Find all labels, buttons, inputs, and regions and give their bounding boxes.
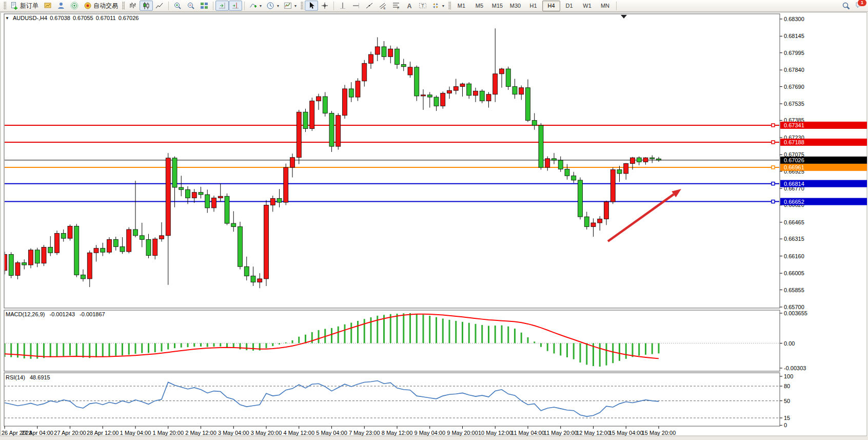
candle-body: [186, 189, 190, 198]
price-axis-label: 0.67690: [784, 84, 804, 90]
candle-body: [160, 236, 164, 239]
timeframe-mn[interactable]: MN: [596, 1, 614, 11]
text-label-button[interactable]: T: [416, 1, 429, 11]
candle-body: [140, 236, 144, 240]
candle-body: [179, 187, 184, 189]
line-handle[interactable]: [772, 124, 775, 127]
toolbar: 新订单自动交易▼▼▼EFAT▼M1M5M15M30H1H4D1W1MN1: [0, 0, 868, 12]
rsi-value: 48.6915: [30, 374, 50, 380]
chat-button[interactable]: 1: [853, 1, 866, 11]
line-handle[interactable]: [772, 200, 775, 203]
candle-body: [369, 54, 373, 63]
vertical-line-button[interactable]: [336, 1, 349, 11]
new-order-button[interactable]: 新订单: [8, 0, 41, 11]
dropdown-arrow-icon: ▼: [294, 4, 298, 8]
chart-shift-button[interactable]: [229, 1, 242, 11]
fibonacci-icon: F: [392, 2, 400, 10]
profile-button[interactable]: [54, 1, 68, 11]
autotrading-button[interactable]: 自动交易: [81, 0, 121, 11]
text-button[interactable]: A: [403, 1, 416, 11]
toolbar-separator: [616, 2, 617, 10]
candle-body: [343, 89, 347, 116]
price-axis-label: 0.65700: [784, 304, 804, 310]
price-axis-label: 0.66160: [784, 253, 804, 259]
svg-text:A: A: [407, 3, 412, 10]
timeframe-h4[interactable]: H4: [542, 1, 560, 11]
macd-axis-label: -0.00303: [784, 365, 806, 371]
candle-body: [270, 199, 275, 205]
candle-body: [460, 84, 465, 86]
timeframe-m1[interactable]: M1: [452, 1, 470, 11]
price-axis-label: 0.68300: [784, 16, 804, 22]
chart-symbol-period: AUDUSD-,H4: [13, 15, 47, 21]
chart-shift-icon: [231, 2, 240, 10]
new-order-button-label: 新订单: [20, 2, 38, 10]
candle-body: [624, 164, 628, 174]
tile-windows-icon: [200, 2, 208, 10]
candle-body: [218, 196, 223, 198]
charts-button[interactable]: [41, 1, 54, 11]
line-handle[interactable]: [772, 182, 775, 185]
window-bottom-strip: [0, 436, 868, 440]
candle-body: [251, 276, 255, 282]
candle-body: [238, 227, 243, 267]
candle-body: [310, 101, 314, 129]
time-axis-label: 15 May 20:00: [642, 430, 676, 436]
profile-icon: [57, 2, 65, 10]
timeframe-w1[interactable]: W1: [578, 1, 596, 11]
tile-windows-button[interactable]: [198, 1, 211, 11]
cursor-button[interactable]: [305, 1, 318, 11]
timeframe-d1[interactable]: D1: [560, 1, 578, 11]
timeframe-h1[interactable]: H1: [524, 1, 542, 11]
candle-body: [617, 169, 622, 174]
macd-axis-label: 0.003655: [784, 310, 807, 316]
trendline-button[interactable]: [363, 1, 376, 11]
candle-body: [506, 69, 510, 87]
arrows-button[interactable]: ▼: [429, 1, 447, 11]
time-axis-label: 8 May 12:00: [382, 430, 413, 436]
chart-menu-icon[interactable]: ▼: [5, 16, 9, 21]
line-handle[interactable]: [772, 141, 775, 144]
timeframe-m30[interactable]: M30: [506, 1, 524, 11]
signals-button[interactable]: [68, 1, 81, 11]
time-axis-label: 2 May 12:00: [185, 430, 216, 436]
templates-button[interactable]: ▼: [282, 1, 299, 11]
crosshair-button[interactable]: [318, 1, 331, 11]
macd-axis-label: 0.00: [784, 340, 795, 347]
arrows-icon: [431, 2, 440, 10]
zoom-in-button[interactable]: [171, 1, 184, 11]
fibonacci-button[interactable]: F: [389, 1, 403, 11]
search-button[interactable]: [839, 1, 853, 11]
candle-body: [166, 158, 170, 236]
candle-body: [480, 91, 484, 101]
timeframe-m5[interactable]: M5: [470, 1, 488, 11]
current-price-tag-text: 0.67026: [784, 157, 804, 163]
autotrading-button-label: 自动交易: [93, 2, 118, 10]
candle-body: [415, 67, 419, 96]
rsi-name: RSI(14): [6, 374, 25, 380]
bar-chart-button[interactable]: [126, 1, 140, 11]
bar-chart-icon: [129, 2, 137, 10]
candle-body: [231, 223, 236, 226]
horizontal-line-button[interactable]: [349, 1, 363, 11]
candlestick-chart-button[interactable]: [140, 1, 153, 11]
candle-body: [48, 247, 53, 253]
autotrading-icon: [84, 2, 92, 10]
candle-body: [199, 193, 203, 195]
indicators-button[interactable]: ▼: [247, 1, 264, 11]
crosshair-icon: [321, 2, 329, 10]
zoom-out-button[interactable]: [184, 1, 198, 11]
macd-main-value: -0.001243: [49, 311, 75, 317]
line-chart-button[interactable]: [153, 1, 166, 11]
auto-scroll-button[interactable]: [215, 1, 229, 11]
equidistant-channel-button[interactable]: E: [376, 1, 389, 11]
price-axis-label: 0.67535: [784, 101, 804, 107]
timeframe-m15[interactable]: M15: [488, 1, 506, 11]
candle-body: [474, 91, 478, 95]
candle-body: [441, 93, 445, 106]
periods-button[interactable]: ▼: [264, 1, 282, 11]
candle-body: [552, 159, 557, 160]
candle-body: [225, 196, 229, 223]
candle-body: [133, 229, 138, 236]
line-handle[interactable]: [772, 166, 775, 169]
